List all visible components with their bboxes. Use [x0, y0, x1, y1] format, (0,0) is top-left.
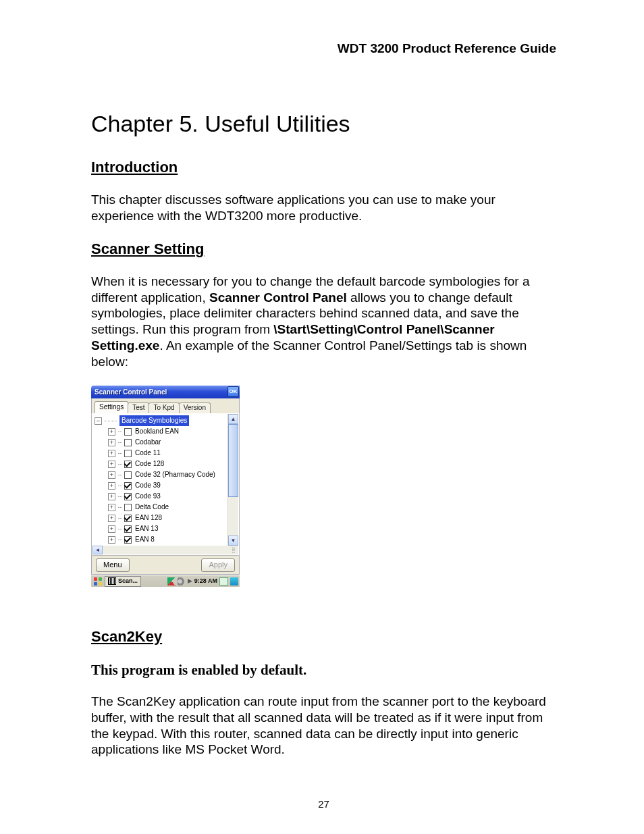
vertical-scrollbar[interactable]: ▲ ▼ — [227, 414, 238, 546]
tree-item[interactable]: Code 128 — [108, 459, 227, 469]
client-area: Barcode Symbologies Bookland EANCodabarC… — [91, 413, 240, 556]
bold-text: Scanner Control Panel — [209, 290, 347, 305]
desktop-icon[interactable] — [219, 577, 228, 585]
checkbox[interactable] — [124, 515, 132, 522]
tree-item[interactable]: Code 39 — [108, 480, 227, 491]
tree-connector — [118, 540, 122, 540]
checkbox[interactable] — [124, 439, 132, 446]
scan2key-paragraph: The Scan2Key application can route input… — [91, 694, 556, 758]
start-button[interactable] — [92, 576, 103, 587]
tree-connector — [118, 475, 122, 475]
checkbox[interactable] — [124, 525, 132, 533]
taskbar-clock[interactable]: 9:28 AM — [194, 577, 217, 585]
expand-icon[interactable] — [108, 515, 115, 522]
tree-connector — [118, 453, 122, 454]
horizontal-scrollbar[interactable]: ◄ ► ⣿ — [92, 546, 238, 554]
tree-connector — [118, 432, 122, 432]
checkbox[interactable] — [124, 471, 132, 479]
scanner-control-panel-window: Scanner Control Panel OK Settings Test T… — [91, 386, 240, 587]
tray-arrow-icon[interactable]: ▶ — [188, 577, 192, 585]
checkbox[interactable] — [124, 493, 132, 500]
expand-icon[interactable] — [108, 461, 115, 468]
tree-root-label[interactable]: Barcode Symbologies — [119, 415, 189, 426]
tree-connector — [118, 486, 122, 486]
expand-icon[interactable] — [108, 493, 115, 500]
tree-item-label: Code 32 (Pharmacy Code) — [135, 469, 215, 480]
tab-settings[interactable]: Settings — [95, 401, 128, 414]
scroll-thumb[interactable] — [228, 424, 238, 496]
tree-item[interactable]: Bookland EAN — [108, 426, 227, 437]
menu-button[interactable]: Menu — [96, 558, 130, 572]
tree-item[interactable]: EAN 128 — [108, 513, 227, 523]
barcode-icon — [108, 577, 116, 585]
expand-icon[interactable] — [108, 525, 115, 533]
running-header: WDT 3200 Product Reference Guide — [91, 41, 556, 57]
tray-extra-icon[interactable] — [230, 577, 238, 585]
volume-icon[interactable] — [178, 577, 186, 585]
tree-item-label: Delta Code — [135, 502, 169, 513]
window-titlebar[interactable]: Scanner Control Panel — [91, 386, 240, 398]
section-introduction-heading: Introduction — [91, 158, 556, 177]
tree-item-label: Bookland EAN — [135, 426, 179, 437]
taskbar[interactable]: Scan... ▶ 9:28 AM — [91, 575, 240, 587]
network-icon[interactable] — [167, 577, 176, 585]
tab-version[interactable]: Version — [179, 402, 211, 415]
hscroll-track[interactable] — [103, 546, 228, 554]
tree-item-label: Code 39 — [135, 480, 161, 491]
tree-item-label: EAN 8 — [135, 534, 155, 545]
tree-item[interactable]: Code 93 — [108, 491, 227, 502]
tree-item[interactable]: Delta Code — [108, 502, 227, 513]
chapter-title: Chapter 5. Useful Utilities — [91, 109, 556, 138]
tree-connector — [118, 464, 122, 465]
tree-item[interactable]: EAN 13 — [108, 523, 227, 534]
expand-icon[interactable] — [108, 428, 115, 436]
tree-connector — [118, 442, 122, 443]
tree-connector — [105, 421, 117, 421]
tree-item-label: EAN 128 — [135, 513, 162, 523]
tab-test[interactable]: Test — [128, 402, 149, 415]
tab-to-kpd[interactable]: To Kpd — [149, 402, 179, 415]
checkbox[interactable] — [124, 536, 132, 544]
symbology-tree[interactable]: Barcode Symbologies Bookland EANCodabarC… — [95, 415, 227, 546]
scroll-track[interactable] — [228, 424, 238, 536]
page: WDT 3200 Product Reference Guide Chapter… — [0, 0, 644, 834]
scan2key-subheading: This program is enabled by default. — [91, 661, 556, 679]
screenshot-figure: Scanner Control Panel OK Settings Test T… — [91, 386, 556, 587]
introduction-paragraph: This chapter discusses software applicat… — [91, 192, 556, 224]
apply-button[interactable]: Apply — [201, 558, 235, 572]
resize-grip-icon[interactable]: ⣿ — [228, 546, 238, 554]
ok-button[interactable]: OK — [227, 386, 239, 397]
expand-icon[interactable] — [108, 536, 115, 544]
tree-connector — [118, 518, 122, 519]
checkbox[interactable] — [124, 428, 132, 436]
tree-root[interactable]: Barcode Symbologies — [95, 415, 227, 426]
tree-item-label: Codabar — [135, 437, 161, 448]
tab-strip: Settings Test To Kpd Version — [91, 398, 240, 413]
tree-item[interactable]: Code 11 — [108, 448, 227, 459]
checkbox[interactable] — [124, 450, 132, 457]
scroll-left-icon[interactable]: ◄ — [92, 546, 103, 554]
expand-icon[interactable] — [108, 450, 115, 457]
checkbox[interactable] — [124, 461, 132, 468]
tree-item[interactable]: Codabar — [108, 437, 227, 448]
tree-item[interactable]: Code 32 (Pharmacy Code) — [108, 469, 227, 480]
tree-item-label: Code 128 — [135, 459, 164, 469]
window-title: Scanner Control Panel — [95, 388, 167, 397]
expand-icon[interactable] — [108, 439, 115, 446]
taskbar-app-button[interactable]: Scan... — [105, 576, 141, 587]
checkbox[interactable] — [124, 482, 132, 490]
checkbox[interactable] — [124, 504, 132, 511]
expand-icon[interactable] — [108, 482, 115, 490]
section-scanner-heading: Scanner Setting — [91, 240, 556, 259]
collapse-icon[interactable] — [95, 417, 102, 425]
tree-item[interactable]: EAN 8 — [108, 534, 227, 545]
system-tray[interactable]: ▶ 9:28 AM — [167, 577, 240, 585]
scroll-up-icon[interactable]: ▲ — [228, 414, 238, 424]
tree-item-label: EAN 13 — [135, 523, 158, 534]
tree-item-label: Code 11 — [135, 448, 161, 459]
tree-connector — [118, 496, 122, 497]
scroll-down-icon[interactable]: ▼ — [228, 536, 238, 546]
expand-icon[interactable] — [108, 471, 115, 479]
windows-logo-icon — [94, 577, 102, 585]
expand-icon[interactable] — [108, 504, 115, 511]
